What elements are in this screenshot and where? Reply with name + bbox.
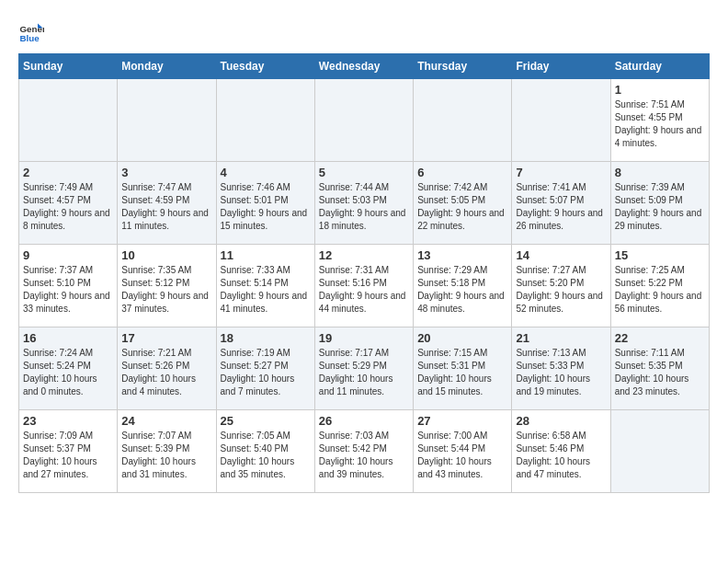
calendar-cell: 20Sunrise: 7:15 AM Sunset: 5:31 PM Dayli… xyxy=(414,327,512,410)
calendar-week-row: 1Sunrise: 7:51 AM Sunset: 4:55 PM Daylig… xyxy=(19,79,710,162)
day-info: Sunrise: 7:47 AM Sunset: 4:59 PM Dayligh… xyxy=(121,181,211,233)
page-header: General Blue xyxy=(18,18,710,44)
day-number: 25 xyxy=(221,414,311,428)
calendar-week-row: 23Sunrise: 7:09 AM Sunset: 5:37 PM Dayli… xyxy=(19,410,710,493)
calendar-cell xyxy=(512,79,610,162)
day-info: Sunrise: 7:17 AM Sunset: 5:29 PM Dayligh… xyxy=(319,347,409,398)
day-number: 18 xyxy=(221,331,311,345)
day-number: 26 xyxy=(319,414,409,428)
calendar-cell: 4Sunrise: 7:46 AM Sunset: 5:01 PM Daylig… xyxy=(216,162,314,245)
day-number: 19 xyxy=(319,331,409,345)
day-number: 14 xyxy=(516,248,606,262)
day-info: Sunrise: 7:42 AM Sunset: 5:05 PM Dayligh… xyxy=(417,181,507,233)
calendar-cell: 5Sunrise: 7:44 AM Sunset: 5:03 PM Daylig… xyxy=(314,162,413,245)
day-number: 4 xyxy=(221,166,311,179)
calendar-cell: 10Sunrise: 7:35 AM Sunset: 5:12 PM Dayli… xyxy=(118,245,216,327)
calendar-cell xyxy=(610,410,709,493)
calendar-cell: 16Sunrise: 7:24 AM Sunset: 5:24 PM Dayli… xyxy=(19,327,118,410)
day-number: 10 xyxy=(121,248,211,262)
day-number: 23 xyxy=(23,414,113,428)
day-number: 12 xyxy=(319,248,409,262)
calendar-cell: 27Sunrise: 7:00 AM Sunset: 5:44 PM Dayli… xyxy=(414,410,512,493)
calendar-cell: 24Sunrise: 7:07 AM Sunset: 5:39 PM Dayli… xyxy=(118,410,216,493)
day-info: Sunrise: 7:09 AM Sunset: 5:37 PM Dayligh… xyxy=(23,430,113,481)
calendar-cell: 19Sunrise: 7:17 AM Sunset: 5:29 PM Dayli… xyxy=(314,327,413,410)
day-info: Sunrise: 7:27 AM Sunset: 5:20 PM Dayligh… xyxy=(516,264,606,316)
day-number: 5 xyxy=(319,166,409,179)
day-number: 13 xyxy=(417,248,507,262)
calendar-cell: 11Sunrise: 7:33 AM Sunset: 5:14 PM Dayli… xyxy=(216,245,314,327)
calendar-cell xyxy=(414,79,512,162)
calendar-table: SundayMondayTuesdayWednesdayThursdayFrid… xyxy=(18,53,710,493)
day-number: 21 xyxy=(516,331,606,345)
logo-icon: General Blue xyxy=(18,18,44,44)
day-number: 2 xyxy=(23,166,113,179)
column-header-thursday: Thursday xyxy=(414,54,512,79)
day-number: 9 xyxy=(23,248,113,262)
day-info: Sunrise: 7:44 AM Sunset: 5:03 PM Dayligh… xyxy=(319,181,409,233)
day-number: 24 xyxy=(121,414,211,428)
calendar-cell: 28Sunrise: 6:58 AM Sunset: 5:46 PM Dayli… xyxy=(512,410,610,493)
day-info: Sunrise: 7:51 AM Sunset: 4:55 PM Dayligh… xyxy=(615,98,705,150)
day-info: Sunrise: 7:15 AM Sunset: 5:31 PM Dayligh… xyxy=(417,347,507,398)
day-number: 28 xyxy=(516,414,606,428)
calendar-cell: 12Sunrise: 7:31 AM Sunset: 5:16 PM Dayli… xyxy=(314,245,413,327)
day-info: Sunrise: 7:46 AM Sunset: 5:01 PM Dayligh… xyxy=(221,181,311,233)
calendar-cell xyxy=(19,79,118,162)
day-number: 16 xyxy=(23,331,113,345)
day-number: 3 xyxy=(121,166,211,179)
column-header-sunday: Sunday xyxy=(19,54,118,79)
column-header-wednesday: Wednesday xyxy=(314,54,413,79)
calendar-cell: 1Sunrise: 7:51 AM Sunset: 4:55 PM Daylig… xyxy=(610,79,709,162)
calendar-cell: 14Sunrise: 7:27 AM Sunset: 5:20 PM Dayli… xyxy=(512,245,610,327)
calendar-cell: 3Sunrise: 7:47 AM Sunset: 4:59 PM Daylig… xyxy=(118,162,216,245)
day-number: 20 xyxy=(417,331,507,345)
day-info: Sunrise: 7:29 AM Sunset: 5:18 PM Dayligh… xyxy=(417,264,507,316)
calendar-header-row: SundayMondayTuesdayWednesdayThursdayFrid… xyxy=(19,54,710,79)
day-info: Sunrise: 7:24 AM Sunset: 5:24 PM Dayligh… xyxy=(23,347,113,398)
day-number: 1 xyxy=(615,83,705,97)
day-info: Sunrise: 7:07 AM Sunset: 5:39 PM Dayligh… xyxy=(121,430,211,481)
day-number: 22 xyxy=(615,331,705,345)
calendar-week-row: 2Sunrise: 7:49 AM Sunset: 4:57 PM Daylig… xyxy=(19,162,710,245)
day-number: 11 xyxy=(221,248,311,262)
calendar-cell: 26Sunrise: 7:03 AM Sunset: 5:42 PM Dayli… xyxy=(314,410,413,493)
calendar-cell: 8Sunrise: 7:39 AM Sunset: 5:09 PM Daylig… xyxy=(610,162,709,245)
calendar-cell: 23Sunrise: 7:09 AM Sunset: 5:37 PM Dayli… xyxy=(19,410,118,493)
column-header-tuesday: Tuesday xyxy=(216,54,314,79)
day-number: 15 xyxy=(615,248,705,262)
day-info: Sunrise: 7:35 AM Sunset: 5:12 PM Dayligh… xyxy=(121,264,211,316)
calendar-cell: 7Sunrise: 7:41 AM Sunset: 5:07 PM Daylig… xyxy=(512,162,610,245)
day-info: Sunrise: 7:37 AM Sunset: 5:10 PM Dayligh… xyxy=(23,264,113,316)
day-info: Sunrise: 7:13 AM Sunset: 5:33 PM Dayligh… xyxy=(516,347,606,398)
calendar-cell: 9Sunrise: 7:37 AM Sunset: 5:10 PM Daylig… xyxy=(19,245,118,327)
logo: General Blue xyxy=(18,18,48,44)
day-info: Sunrise: 7:00 AM Sunset: 5:44 PM Dayligh… xyxy=(417,430,507,481)
day-number: 8 xyxy=(615,166,705,179)
calendar-cell: 22Sunrise: 7:11 AM Sunset: 5:35 PM Dayli… xyxy=(610,327,709,410)
day-info: Sunrise: 7:21 AM Sunset: 5:26 PM Dayligh… xyxy=(121,347,211,398)
calendar-cell: 17Sunrise: 7:21 AM Sunset: 5:26 PM Dayli… xyxy=(118,327,216,410)
day-info: Sunrise: 7:31 AM Sunset: 5:16 PM Dayligh… xyxy=(319,264,409,316)
day-info: Sunrise: 6:58 AM Sunset: 5:46 PM Dayligh… xyxy=(516,430,606,481)
day-number: 6 xyxy=(417,166,507,179)
day-number: 17 xyxy=(121,331,211,345)
day-info: Sunrise: 7:11 AM Sunset: 5:35 PM Dayligh… xyxy=(615,347,705,398)
day-number: 27 xyxy=(417,414,507,428)
calendar-cell: 2Sunrise: 7:49 AM Sunset: 4:57 PM Daylig… xyxy=(19,162,118,245)
day-info: Sunrise: 7:49 AM Sunset: 4:57 PM Dayligh… xyxy=(23,181,113,233)
column-header-friday: Friday xyxy=(512,54,610,79)
day-info: Sunrise: 7:41 AM Sunset: 5:07 PM Dayligh… xyxy=(516,181,606,233)
calendar-cell xyxy=(314,79,413,162)
calendar-cell xyxy=(118,79,216,162)
day-info: Sunrise: 7:19 AM Sunset: 5:27 PM Dayligh… xyxy=(221,347,311,398)
column-header-monday: Monday xyxy=(118,54,216,79)
day-info: Sunrise: 7:05 AM Sunset: 5:40 PM Dayligh… xyxy=(221,430,311,481)
calendar-cell: 21Sunrise: 7:13 AM Sunset: 5:33 PM Dayli… xyxy=(512,327,610,410)
day-info: Sunrise: 7:25 AM Sunset: 5:22 PM Dayligh… xyxy=(615,264,705,316)
calendar-cell xyxy=(216,79,314,162)
day-number: 7 xyxy=(516,166,606,179)
calendar-cell: 15Sunrise: 7:25 AM Sunset: 5:22 PM Dayli… xyxy=(610,245,709,327)
calendar-cell: 25Sunrise: 7:05 AM Sunset: 5:40 PM Dayli… xyxy=(216,410,314,493)
calendar-week-row: 16Sunrise: 7:24 AM Sunset: 5:24 PM Dayli… xyxy=(19,327,710,410)
